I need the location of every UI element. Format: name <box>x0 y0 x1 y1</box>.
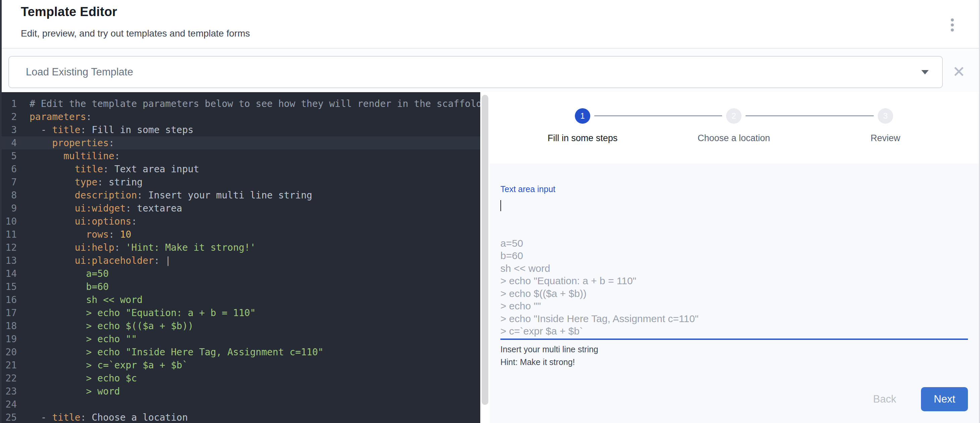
line-number: 25 <box>0 411 17 423</box>
line-number: 8 <box>0 189 17 202</box>
load-template-bar: Load Existing Template ✕ <box>2 48 979 92</box>
line-number: 23 <box>0 385 17 398</box>
field-label: Text area input <box>500 184 968 194</box>
line-number: 9 <box>0 202 17 215</box>
editor-line-23: 23 > word <box>0 385 480 398</box>
editor-line-9: 9 ui:widget: textarea <box>0 202 480 215</box>
editor-line-3: 3 - title: Fill in some steps <box>0 124 480 136</box>
textarea-line: > echo "Inside Here Tag, Assignment c=11… <box>500 312 968 325</box>
editor-scrollbar <box>480 92 490 423</box>
clear-selection-button[interactable]: ✕ <box>950 53 968 90</box>
step-circle-1: 1 <box>575 108 590 124</box>
textarea-line: b=60 <box>500 249 968 262</box>
step-label-2: Choose a location <box>663 133 804 143</box>
editor-line-22: 22 > echo $c <box>0 372 480 385</box>
main-split: 1# Edit the template parameters below to… <box>0 92 980 423</box>
line-number: 3 <box>0 124 17 136</box>
code-editor[interactable]: 1# Edit the template parameters below to… <box>0 92 480 423</box>
editor-line-19: 19 > echo "" <box>0 333 480 345</box>
kebab-menu-icon <box>951 19 954 21</box>
line-number: 16 <box>0 293 17 306</box>
text-cursor <box>500 200 501 211</box>
line-number: 13 <box>0 254 17 267</box>
textarea-focus-underline <box>500 339 968 340</box>
textarea-line: > echo "Equation: a + b = 110" <box>500 274 968 287</box>
load-template-placeholder: Load Existing Template <box>26 66 921 78</box>
editor-line-12: 12 ui:help: 'Hint: Make it strong!' <box>0 241 480 254</box>
editor-line-10: 10 ui:options: <box>0 215 480 228</box>
line-number: 5 <box>0 149 17 163</box>
editor-line-2: 2parameters: <box>0 110 480 124</box>
editor-line-24: 24 <box>0 398 480 411</box>
editor-line-4: 4 properties: <box>0 136 480 149</box>
editor-scrollbar-thumb[interactable] <box>482 95 488 405</box>
editor-line-1: 1# Edit the template parameters below to… <box>0 97 480 110</box>
editor-line-13: 13 ui:placeholder: | <box>0 254 480 267</box>
stepper-connector <box>594 115 722 116</box>
next-button[interactable]: Next <box>921 387 968 411</box>
line-number: 7 <box>0 176 17 189</box>
editor-line-17: 17 > echo "Equation: a + b = 110" <box>0 306 480 319</box>
page-title: Template Editor <box>21 5 117 19</box>
step-label-1: Fill in some steps <box>512 133 653 143</box>
step-label-3: Review <box>815 133 956 143</box>
line-number: 18 <box>0 319 17 333</box>
textarea-line: > c=`expr $a + $b` <box>500 325 968 337</box>
step-circle-3: 3 <box>878 108 893 124</box>
line-number: 1 <box>0 97 17 110</box>
editor-line-14: 14 a=50 <box>0 267 480 280</box>
page-subtitle: Edit, preview, and try out templates and… <box>21 28 250 39</box>
line-number: 21 <box>0 359 17 372</box>
line-number: 10 <box>0 215 17 228</box>
stepper: 1Fill in some steps2Choose a location3Re… <box>490 92 980 163</box>
line-number: 6 <box>0 163 17 176</box>
line-number: 15 <box>0 280 17 293</box>
editor-line-6: 6 title: Text area input <box>0 163 480 176</box>
editor-line-20: 20 > echo "Inside Here Tag, Assignment c… <box>0 345 480 359</box>
editor-line-25: 25 - title: Choose a location <box>0 411 480 423</box>
step-circle-2: 2 <box>726 108 741 124</box>
line-number: 19 <box>0 333 17 345</box>
form-card: Text area input a=50b=60sh << word> echo… <box>490 163 980 423</box>
editor-code: 1# Edit the template parameters below to… <box>0 97 480 423</box>
editor-line-11: 11 rows: 10 <box>0 228 480 241</box>
line-number: 11 <box>0 228 17 241</box>
line-number: 14 <box>0 267 17 280</box>
line-number: 22 <box>0 372 17 385</box>
kebab-menu-button[interactable] <box>945 16 959 33</box>
textarea-line: > echo $(($a + $b)) <box>500 287 968 300</box>
editor-line-21: 21 > c=`expr $a + $b` <box>0 359 480 372</box>
textarea-line: > echo $c <box>500 337 968 339</box>
editor-line-16: 16 sh << word <box>0 293 480 306</box>
textarea-line: sh << word <box>500 262 968 275</box>
editor-line-15: 15 b=60 <box>0 280 480 293</box>
field-help: Hint: Make it strong! <box>500 357 968 367</box>
form-preview-panel: 1Fill in some steps2Choose a location3Re… <box>490 92 980 423</box>
line-number: 12 <box>0 241 17 254</box>
editor-line-8: 8 description: Insert your multi line st… <box>0 189 480 202</box>
editor-line-7: 7 type: string <box>0 176 480 189</box>
multiline-textarea[interactable]: a=50b=60sh << word> echo "Equation: a + … <box>500 199 968 339</box>
editor-line-18: 18 > echo $(($a + $b)) <box>0 319 480 333</box>
page-left-border <box>0 0 2 423</box>
line-number: 20 <box>0 345 17 359</box>
load-template-select[interactable]: Load Existing Template <box>8 56 943 88</box>
caret-down-icon <box>921 70 929 74</box>
line-number: 17 <box>0 306 17 319</box>
editor-line-5: 5 multiline: <box>0 149 480 163</box>
page-header: Template Editor Edit, preview, and try o… <box>2 0 979 48</box>
textarea-line: > echo "" <box>500 299 968 312</box>
textarea-line: a=50 <box>500 237 968 250</box>
line-number: 4 <box>0 136 17 149</box>
line-number: 2 <box>0 110 17 124</box>
field-description: Insert your multi line string <box>500 344 968 354</box>
form-actions: Back Next <box>500 387 968 411</box>
back-button[interactable]: Back <box>867 390 902 409</box>
stepper-connector <box>746 115 874 116</box>
line-number: 24 <box>0 398 17 411</box>
